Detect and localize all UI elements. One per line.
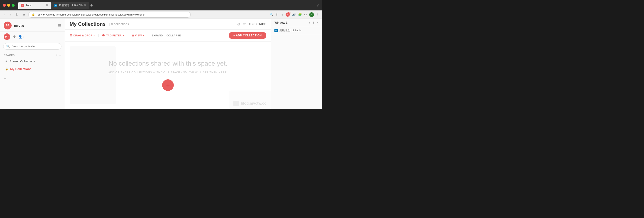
my-collections-label: My Collections [10, 67, 32, 71]
lock-icon: 🔒 [32, 13, 35, 16]
drag-drop-button[interactable]: ☰ DRAG & DROP ▾ [70, 34, 95, 37]
menu-icon[interactable]: ☰ [58, 24, 61, 28]
starred-collections-label: Starred Collections [10, 60, 35, 63]
more-icon[interactable]: ⋮ [316, 13, 319, 16]
maximize-button[interactable] [12, 4, 14, 7]
drag-drop-icon: ☰ [70, 34, 72, 37]
tab-close-toby[interactable]: ✕ [46, 4, 48, 7]
empty-title: No collections shared with this space ye… [108, 60, 227, 67]
bg-decoration-left [70, 46, 116, 104]
tag-filter-button[interactable]: TAG FILTER ▾ [102, 34, 124, 37]
settings-icon[interactable]: ⚙ [13, 35, 16, 38]
toby-favicon: T [21, 4, 24, 7]
user-avatar-small[interactable]: M [309, 12, 314, 17]
avatar-pp: PP [4, 22, 12, 30]
lock-icon: 🔒 [5, 68, 8, 70]
avatar-my: MY [4, 34, 10, 40]
org-name: myctw [14, 24, 56, 27]
gmail-icon[interactable]: M 2 [286, 12, 290, 17]
main-content: My Collections | 0 collections ⚙ ≡› OPEN… [65, 19, 271, 109]
star-icon: ★ [5, 60, 8, 63]
expand-button[interactable]: ⤢ [316, 4, 319, 7]
view-grid-icon: ⊞ [132, 34, 134, 37]
add-space-icon[interactable]: + [59, 53, 61, 57]
open-tabs-button[interactable]: OPEN TABS [249, 22, 266, 26]
collapse-button[interactable]: COLLAPSE [166, 34, 181, 37]
collections-count: | 0 collections [109, 22, 129, 26]
browser-chrome: T Toby ✕ in 動態消息 | LinkedIn ✕ + ⤢ [0, 0, 322, 10]
view-chevron: ▾ [143, 34, 144, 37]
right-panel-header: Window 1 ▾ ⬇ ✕ [271, 19, 322, 27]
browser-controls-right: ⤢ [316, 4, 319, 7]
drag-drop-chevron: ▾ [94, 34, 95, 37]
sidebar-toggle-icon[interactable]: ▭ [304, 13, 307, 16]
new-tab-button[interactable]: + [89, 2, 94, 9]
watermark-logo [234, 101, 239, 106]
sidebar-actions: MY ⚙ 👤+ [0, 32, 65, 42]
reload-button[interactable]: ↻ [14, 12, 20, 18]
close-button[interactable] [3, 4, 6, 7]
tab-linkedin[interactable]: in 動態消息 | LinkedIn ✕ [51, 2, 89, 9]
spaces-label: SPACES ↕ + [4, 53, 61, 57]
add-collection-circle-button[interactable]: + [162, 79, 174, 91]
bookmark-icon[interactable]: ☆ [280, 13, 283, 16]
search-icon[interactable]: 🔍 [270, 13, 273, 16]
window-chevron-icon[interactable]: ▾ [309, 21, 310, 24]
tag-filter-chevron: ▾ [123, 34, 124, 37]
share-icon[interactable]: ⬆ [276, 13, 278, 16]
puzzle-icon[interactable]: 🧩 [298, 13, 302, 16]
minimize-button[interactable] [7, 4, 10, 7]
tab-linkedin-label: 動態消息 | LinkedIn [59, 3, 82, 7]
home-button[interactable]: ⌂ [22, 12, 26, 18]
toolbar-sep-2 [128, 34, 128, 37]
forward-button[interactable]: › [8, 12, 12, 18]
add-space-section: + [0, 74, 65, 84]
sidebar-header: PP myctw ☰ [0, 19, 65, 32]
expand-button[interactable]: EXPAND [152, 34, 163, 37]
tab-toby-label: Toby [26, 4, 32, 7]
my-collections-item[interactable]: 🔒 My Collections [4, 66, 61, 72]
sidebar: PP myctw ☰ MY ⚙ 👤+ 🔍 SPACES ↕ + ★ Starre… [0, 19, 65, 109]
main-panel-icon[interactable]: ≡› [243, 22, 246, 26]
add-new-space-icon[interactable]: + [4, 76, 6, 81]
toolbar-sep-3 [148, 34, 148, 37]
search-input[interactable] [12, 45, 58, 48]
toolbar: ☰ DRAG & DROP ▾ TAG FILTER ▾ ⊞ VIEW ▾ EX… [65, 30, 271, 42]
main-settings-icon[interactable]: ⚙ [237, 22, 240, 26]
address-icons: 🔍 ⬆ ☆ M 2 🔊 🧩 ▭ M ⋮ [270, 12, 319, 17]
spaces-section: SPACES ↕ + ★ Starred Collections 🔒 My Co… [0, 52, 65, 74]
right-panel: Window 1 ▾ ⬇ ✕ in 動態消息 | LinkedIn [271, 19, 322, 109]
tab-close-linkedin[interactable]: ✕ [84, 4, 86, 7]
empty-state: No collections shared with this space ye… [65, 42, 271, 109]
tab-item-linkedin[interactable]: in 動態消息 | LinkedIn [271, 27, 322, 34]
tab-item-linkedin-label: 動態消息 | LinkedIn [280, 29, 302, 32]
address-input[interactable]: 🔒 Toby for Chrome | chrome-extension://h… [28, 12, 191, 18]
address-bar: ‹ › ↻ ⌂ 🔒 Toby for Chrome | chrome-exten… [0, 10, 322, 19]
speaker-icon[interactable]: 🔊 [292, 13, 296, 16]
linkedin-tab-favicon: in [274, 29, 278, 32]
tag-dot-icon [102, 34, 105, 37]
linkedin-favicon: in [54, 4, 57, 7]
download-icon[interactable]: ⬇ [312, 21, 314, 24]
empty-subtitle: ADD OR SHARE COLLECTIONS WITH YOUR SPACE… [108, 71, 228, 74]
view-button[interactable]: ⊞ VIEW ▾ [132, 34, 144, 37]
watermark: blog.myctw.cc [234, 101, 266, 106]
window-label: Window 1 [274, 21, 307, 24]
spaces-actions: ↕ + [56, 53, 61, 57]
page-title: My Collections [70, 21, 106, 27]
tab-bar: T Toby ✕ in 動態消息 | LinkedIn ✕ + [18, 2, 314, 9]
starred-collections-item[interactable]: ★ Starred Collections [4, 58, 61, 65]
main-header: My Collections | 0 collections ⚙ ≡› OPEN… [65, 19, 271, 30]
add-collection-button[interactable]: + ADD COLLECTION [229, 32, 266, 39]
close-panel-icon[interactable]: ✕ [316, 21, 319, 24]
address-text: Toby for Chrome | chrome-extension://hdd… [36, 13, 144, 16]
add-member-icon[interactable]: 👤+ [18, 35, 24, 38]
tab-toby[interactable]: T Toby ✕ [18, 2, 51, 9]
app-container: PP myctw ☰ MY ⚙ 👤+ 🔍 SPACES ↕ + ★ Starre… [0, 19, 322, 109]
bg-decoration-right [229, 90, 271, 109]
search-magnifier-icon: 🔍 [6, 45, 10, 48]
search-box[interactable]: 🔍 [3, 43, 62, 50]
sort-icon[interactable]: ↕ [56, 53, 58, 57]
back-button[interactable]: ‹ [3, 12, 7, 18]
header-actions: ⚙ ≡› OPEN TABS [237, 22, 266, 26]
